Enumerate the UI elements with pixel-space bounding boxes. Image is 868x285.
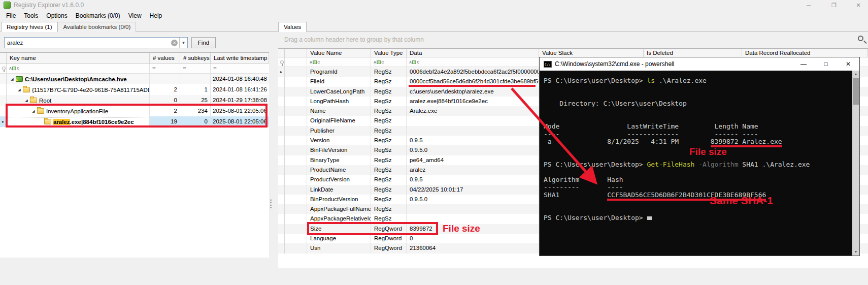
- tree-row[interactable]: ◢{11517B7C-E79D-4e20-961B-75A811715ADD}2…: [0, 84, 269, 95]
- menu-options[interactable]: Options: [42, 11, 71, 20]
- values-header-deleted[interactable]: Is Deleted: [644, 49, 742, 57]
- expand-icon[interactable]: ◢: [9, 77, 16, 81]
- abc-filter-icon[interactable]: ABC: [374, 60, 384, 64]
- expand-icon[interactable]: ◢: [23, 99, 30, 103]
- subkeys-count-cell: 1: [180, 84, 211, 95]
- tab-available-bookmarks[interactable]: Available bookmarks (0/0): [57, 22, 136, 32]
- equals-filter-icon[interactable]: =: [211, 64, 269, 73]
- values-header-type[interactable]: Value Type: [371, 49, 407, 57]
- terminal-line: PS C:\Users\user\Desktop> ls .\Aralez.ex…: [544, 77, 852, 84]
- value-data-cell: 0.9.5.0: [407, 195, 539, 204]
- menu-bookmarks[interactable]: Bookmarks (0/0): [72, 11, 124, 20]
- app-minimize-button[interactable]: ─: [800, 0, 817, 10]
- tree-header-subkeys[interactable]: # subkeys: [180, 53, 211, 63]
- app-restore-button[interactable]: ❐: [825, 0, 843, 10]
- values-header-data[interactable]: Data: [407, 49, 539, 57]
- search-input[interactable]: aralez ✕ ▼: [4, 37, 188, 48]
- tree-row[interactable]: ▸ aralez.exe|884bf1016ce9e2ec1902025-08-…: [0, 116, 269, 127]
- terminal-cursor: [647, 216, 652, 220]
- terminal-line: --------- ----: [544, 183, 852, 191]
- value-type-cell: RegSz: [371, 145, 407, 155]
- equals-filter-icon[interactable]: =: [150, 64, 180, 73]
- underlined-terminal-text: CCF5BAD56CE5D6DB6F2B4D301CFDE3BE689BF566: [607, 191, 766, 199]
- row-indicator: [278, 243, 285, 253]
- values-count-cell: [150, 74, 180, 84]
- values-header-name[interactable]: Value Name: [307, 49, 371, 57]
- filter-pin-icon: [2, 67, 6, 70]
- abc-filter-icon[interactable]: ABC: [9, 67, 19, 70]
- key-name-cell[interactable]: aralez.exe|884bf1016ce9e2ec: [7, 116, 150, 127]
- search-match-highlight: aralez: [53, 119, 70, 125]
- row-indicator: [278, 214, 285, 224]
- cmd-close-button[interactable]: ✕: [837, 57, 859, 71]
- menu-bar: File Tools Options Bookmarks (0/0) View …: [0, 10, 868, 21]
- value-data-cell: 8399872: [407, 224, 539, 234]
- tree-row[interactable]: ◢InventoryApplicationFile22342025-08-01 …: [0, 106, 269, 116]
- row-spacer: [285, 224, 307, 234]
- row-indicator: [278, 116, 285, 125]
- cmd-window[interactable]: C:\ C:\Windows\system32\cmd.exe - powers…: [539, 57, 860, 256]
- terminal-text: SHA1: [544, 191, 607, 199]
- search-dropdown-icon[interactable]: ▼: [180, 41, 187, 45]
- tree-header-values[interactable]: # values: [150, 53, 180, 63]
- cmd-maximize-button[interactable]: □: [815, 57, 837, 71]
- cmd-minimize-button[interactable]: —: [792, 57, 815, 71]
- terminal-line: [544, 145, 852, 153]
- values-header-slack[interactable]: Value Slack: [539, 49, 644, 57]
- scroll-up-icon[interactable]: ▲: [852, 71, 859, 78]
- key-name-cell[interactable]: ◢Root: [7, 95, 150, 106]
- terminal-output[interactable]: PS C:\Users\user\Desktop> ls .\Aralez.ex…: [540, 71, 852, 256]
- value-type-cell: RegSz: [371, 204, 407, 214]
- abc-filter-icon[interactable]: ABC: [409, 60, 419, 64]
- tab-registry-hives[interactable]: Registry hives (1): [1, 22, 57, 32]
- value-type-cell: RegQword: [371, 224, 407, 234]
- terminal-line: PS C:\Users\user\Desktop> Get-FileHash -…: [544, 161, 852, 168]
- value-type-cell: RegQword: [371, 243, 407, 253]
- registry-explorer-icon: [4, 2, 11, 9]
- tree-row[interactable]: ◢Root0252024-01-29 17:38:08: [0, 95, 269, 106]
- values-header-reallocated[interactable]: Data Record Reallocated: [742, 49, 868, 57]
- cmd-titlebar[interactable]: C:\ C:\Windows\system32\cmd.exe - powers…: [540, 57, 859, 71]
- menu-tools[interactable]: Tools: [20, 11, 42, 20]
- equals-filter-icon[interactable]: =: [180, 64, 211, 73]
- value-type-cell: RegSz: [371, 175, 407, 184]
- clear-search-icon[interactable]: ✕: [171, 40, 178, 46]
- expand-icon[interactable]: ◢: [30, 109, 37, 113]
- find-button[interactable]: Find: [191, 37, 216, 48]
- value-name-cell: ProductName: [307, 165, 371, 175]
- tree-header-timestamp[interactable]: Last write timestamp: [211, 53, 269, 63]
- group-by-bar[interactable]: Drag a column header here to group by th…: [278, 32, 868, 48]
- menu-help[interactable]: Help: [146, 11, 166, 20]
- menu-view[interactable]: View: [124, 11, 146, 20]
- key-name-cell[interactable]: ◢C:\Users\user\Desktop\Amcache.hve: [7, 74, 150, 84]
- key-name-label: C:\Users\user\Desktop\Amcache.hve: [25, 76, 127, 82]
- splitter-grip-icon[interactable]: ••••: [270, 199, 272, 209]
- key-name-cell[interactable]: ◢{11517B7C-E79D-4e20-961B-75A811715ADD}: [7, 84, 150, 95]
- value-name-cell: FileId: [307, 77, 371, 86]
- row-spacer: [285, 234, 307, 243]
- scrollbar-thumb[interactable]: [853, 78, 859, 105]
- timestamp-cell: 2024-01-08 16:40:48: [211, 74, 269, 84]
- tree-row[interactable]: ◢C:\Users\user\Desktop\Amcache.hve2024-0…: [0, 74, 269, 84]
- folder-icon: [37, 108, 44, 114]
- scroll-down-icon[interactable]: ▼: [852, 248, 859, 256]
- value-data-cell: aralez: [407, 165, 539, 175]
- cmd-scrollbar[interactable]: ▲ ▼: [852, 71, 859, 256]
- value-data-cell: 0.9.5.0: [407, 145, 539, 155]
- app-close-button[interactable]: ✕: [850, 0, 867, 10]
- row-indicator: [278, 185, 285, 195]
- tab-values[interactable]: Values: [278, 22, 307, 32]
- tree-header-keyname[interactable]: Key name: [7, 53, 150, 63]
- expand-icon[interactable]: ◢: [16, 88, 23, 92]
- terminal-text: PS C:\Users\user\Desktop>: [544, 214, 647, 221]
- timestamp-cell: 2024-01-29 17:38:08: [211, 95, 269, 106]
- row-indicator: [278, 106, 285, 116]
- values-header-indicator: [278, 49, 285, 57]
- abc-filter-icon[interactable]: ABC: [310, 60, 320, 64]
- key-name-cell[interactable]: ◢InventoryApplicationFile: [7, 106, 150, 116]
- menu-file[interactable]: File: [2, 11, 20, 20]
- search-icon[interactable]: [858, 36, 863, 41]
- row-indicator: [0, 106, 7, 116]
- panel-splitter[interactable]: [269, 32, 273, 268]
- row-spacer: [285, 165, 307, 175]
